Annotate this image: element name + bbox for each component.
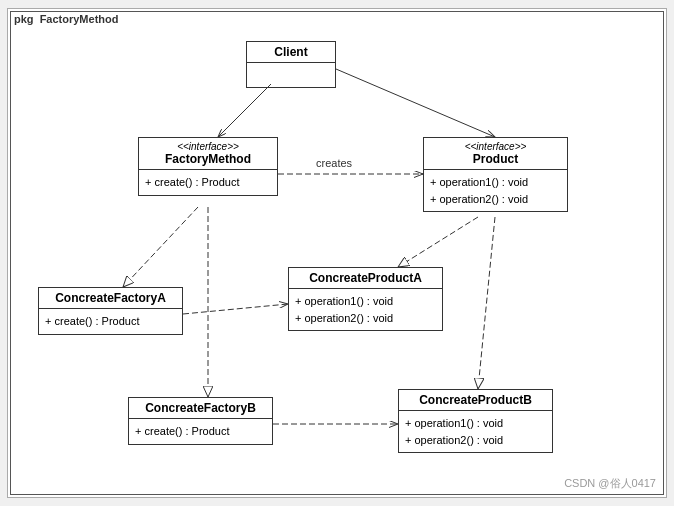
factory-method-stereotype: <<interface>> — [145, 141, 271, 152]
concrete-product-b-op1: + operation1() : void — [405, 415, 546, 432]
concrete-product-a-op1: + operation1() : void — [295, 293, 436, 310]
pkg-label: pkg FactoryMethod — [14, 13, 118, 25]
watermark: CSDN @俗人0417 — [564, 476, 656, 491]
client-header: Client — [247, 42, 335, 63]
product-body: + operation1() : void + operation2() : v… — [424, 170, 567, 211]
factory-method-body: + create() : Product — [139, 170, 277, 195]
product-name: Product — [430, 152, 561, 166]
pkg-name: FactoryMethod — [40, 13, 119, 25]
concrete-product-b-op2: + operation2() : void — [405, 432, 546, 449]
product-op2: + operation2() : void — [430, 191, 561, 208]
product-op1: + operation1() : void — [430, 174, 561, 191]
concrete-product-b-box: ConcreateProductB + operation1() : void … — [398, 389, 553, 453]
concrete-factory-a-body: + create() : Product — [39, 309, 182, 334]
product-box: <<interface>> Product + operation1() : v… — [423, 137, 568, 212]
concrete-product-a-body: + operation1() : void + operation2() : v… — [289, 289, 442, 330]
factory-method-header: <<interface>> FactoryMethod — [139, 138, 277, 170]
concrete-product-b-name: ConcreateProductB — [405, 393, 546, 407]
concrete-product-a-name: ConcreateProductA — [295, 271, 436, 285]
concrete-factory-b-header: ConcreateFactoryB — [129, 398, 272, 419]
diagram-container: pkg FactoryMethod Client <<interface>> F… — [7, 8, 667, 498]
concrete-factory-b-op1: + create() : Product — [135, 423, 266, 440]
concrete-product-b-header: ConcreateProductB — [399, 390, 552, 411]
client-name: Client — [253, 45, 329, 59]
product-stereotype: <<interface>> — [430, 141, 561, 152]
factory-method-name: FactoryMethod — [145, 152, 271, 166]
concrete-factory-b-name: ConcreateFactoryB — [135, 401, 266, 415]
concrete-factory-b-box: ConcreateFactoryB + create() : Product — [128, 397, 273, 445]
pkg-border — [10, 11, 664, 495]
product-header: <<interface>> Product — [424, 138, 567, 170]
concrete-product-a-op2: + operation2() : void — [295, 310, 436, 327]
pkg-keyword: pkg — [14, 13, 34, 25]
concrete-factory-a-header: ConcreateFactoryA — [39, 288, 182, 309]
concrete-product-b-body: + operation1() : void + operation2() : v… — [399, 411, 552, 452]
concrete-product-a-header: ConcreateProductA — [289, 268, 442, 289]
client-body — [247, 63, 335, 87]
concrete-product-a-box: ConcreateProductA + operation1() : void … — [288, 267, 443, 331]
factory-method-op1: + create() : Product — [145, 174, 271, 191]
concrete-factory-a-op1: + create() : Product — [45, 313, 176, 330]
concrete-factory-a-name: ConcreateFactoryA — [45, 291, 176, 305]
concrete-factory-b-body: + create() : Product — [129, 419, 272, 444]
client-box: Client — [246, 41, 336, 88]
factory-method-box: <<interface>> FactoryMethod + create() :… — [138, 137, 278, 196]
concrete-factory-a-box: ConcreateFactoryA + create() : Product — [38, 287, 183, 335]
